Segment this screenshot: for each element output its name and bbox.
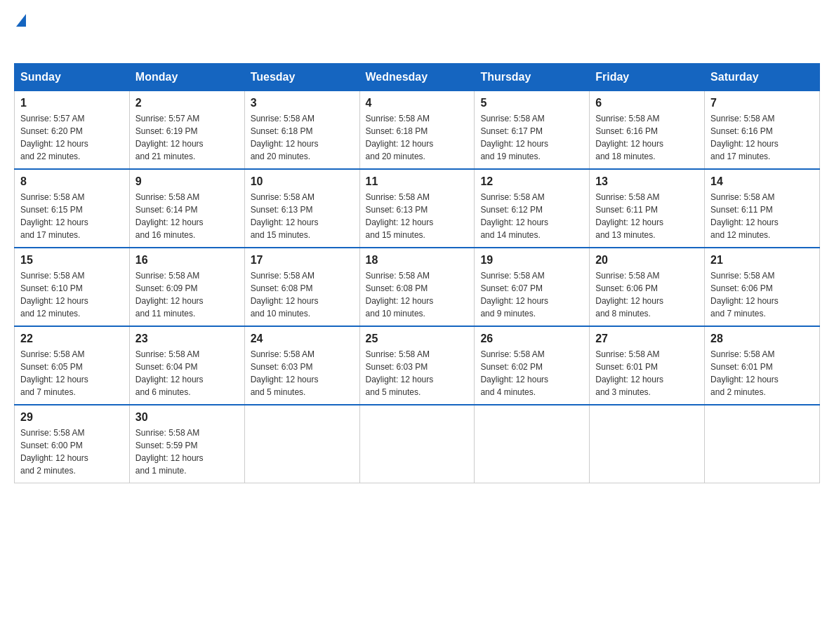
day-info: Sunrise: 5:58 AMSunset: 6:17 PMDaylight:… <box>480 112 583 163</box>
day-number: 7 <box>710 97 814 109</box>
day-info: Sunrise: 5:58 AMSunset: 6:01 PMDaylight:… <box>710 348 814 398</box>
calendar-cell: 20Sunrise: 5:58 AMSunset: 6:06 PMDayligh… <box>590 248 705 326</box>
day-info: Sunrise: 5:58 AMSunset: 6:03 PMDaylight:… <box>251 348 354 398</box>
calendar-cell: 28Sunrise: 5:58 AMSunset: 6:01 PMDayligh… <box>705 326 820 405</box>
day-info: Sunrise: 5:58 AMSunset: 6:06 PMDaylight:… <box>710 269 814 320</box>
calendar-table: SundayMondayTuesdayWednesdayThursdayFrid… <box>14 63 820 483</box>
day-info: Sunrise: 5:58 AMSunset: 6:03 PMDaylight:… <box>366 348 469 398</box>
calendar-cell: 26Sunrise: 5:58 AMSunset: 6:02 PMDayligh… <box>475 326 590 405</box>
day-number: 27 <box>595 333 699 345</box>
day-number: 22 <box>20 333 124 345</box>
day-info: Sunrise: 5:58 AMSunset: 6:18 PMDaylight:… <box>366 112 469 163</box>
day-info: Sunrise: 5:58 AMSunset: 6:15 PMDaylight:… <box>20 191 124 241</box>
day-info: Sunrise: 5:58 AMSunset: 6:11 PMDaylight:… <box>595 191 699 241</box>
day-number: 17 <box>251 254 354 267</box>
calendar-cell <box>475 405 590 483</box>
day-number: 13 <box>595 175 699 188</box>
day-number: 4 <box>366 97 469 109</box>
day-number: 16 <box>135 254 239 267</box>
day-number: 9 <box>135 175 239 188</box>
day-info: Sunrise: 5:58 AMSunset: 6:12 PMDaylight:… <box>480 191 583 241</box>
calendar-week-row: 22Sunrise: 5:58 AMSunset: 6:05 PMDayligh… <box>15 326 820 405</box>
day-info: Sunrise: 5:58 AMSunset: 6:11 PMDaylight:… <box>710 191 814 241</box>
day-number: 23 <box>135 333 239 345</box>
calendar-cell: 21Sunrise: 5:58 AMSunset: 6:06 PMDayligh… <box>705 248 820 326</box>
calendar-cell: 18Sunrise: 5:58 AMSunset: 6:08 PMDayligh… <box>359 248 475 326</box>
day-info: Sunrise: 5:58 AMSunset: 6:08 PMDaylight:… <box>251 269 354 320</box>
day-number: 24 <box>251 333 354 345</box>
calendar-cell: 6Sunrise: 5:58 AMSunset: 6:16 PMDaylight… <box>590 91 705 170</box>
calendar-cell: 25Sunrise: 5:58 AMSunset: 6:03 PMDayligh… <box>359 326 475 405</box>
day-number: 10 <box>251 175 354 188</box>
day-number: 6 <box>595 97 699 109</box>
day-info: Sunrise: 5:58 AMSunset: 6:13 PMDaylight:… <box>251 191 354 241</box>
day-info: Sunrise: 5:58 AMSunset: 6:00 PMDaylight:… <box>20 427 124 477</box>
calendar-cell: 13Sunrise: 5:58 AMSunset: 6:11 PMDayligh… <box>590 169 705 248</box>
calendar-cell <box>359 405 475 483</box>
weekday-header-tuesday: Tuesday <box>244 64 359 91</box>
calendar-cell: 15Sunrise: 5:58 AMSunset: 6:10 PMDayligh… <box>15 248 130 326</box>
calendar-cell: 9Sunrise: 5:58 AMSunset: 6:14 PMDaylight… <box>129 169 244 248</box>
calendar-cell: 23Sunrise: 5:58 AMSunset: 6:04 PMDayligh… <box>129 326 244 405</box>
page-header <box>14 14 820 49</box>
calendar-cell: 12Sunrise: 5:58 AMSunset: 6:12 PMDayligh… <box>475 169 590 248</box>
calendar-cell: 29Sunrise: 5:58 AMSunset: 6:00 PMDayligh… <box>15 405 130 483</box>
day-info: Sunrise: 5:58 AMSunset: 6:04 PMDaylight:… <box>135 348 239 398</box>
day-number: 20 <box>595 254 699 267</box>
logo-triangle-icon <box>16 14 26 27</box>
calendar-cell <box>590 405 705 483</box>
calendar-cell <box>705 405 820 483</box>
day-number: 15 <box>20 254 124 267</box>
calendar-cell: 11Sunrise: 5:58 AMSunset: 6:13 PMDayligh… <box>359 169 475 248</box>
calendar-week-row: 15Sunrise: 5:58 AMSunset: 6:10 PMDayligh… <box>15 248 820 326</box>
calendar-cell: 19Sunrise: 5:58 AMSunset: 6:07 PMDayligh… <box>475 248 590 326</box>
weekday-header-wednesday: Wednesday <box>359 64 475 91</box>
day-number: 14 <box>710 175 814 188</box>
day-info: Sunrise: 5:57 AMSunset: 6:19 PMDaylight:… <box>135 112 239 163</box>
weekday-header-thursday: Thursday <box>475 64 590 91</box>
day-info: Sunrise: 5:58 AMSunset: 6:02 PMDaylight:… <box>480 348 583 398</box>
day-number: 21 <box>710 254 814 267</box>
calendar-cell <box>244 405 359 483</box>
calendar-cell: 2Sunrise: 5:57 AMSunset: 6:19 PMDaylight… <box>129 91 244 170</box>
day-number: 26 <box>480 333 583 345</box>
calendar-cell: 30Sunrise: 5:58 AMSunset: 5:59 PMDayligh… <box>129 405 244 483</box>
day-info: Sunrise: 5:58 AMSunset: 6:09 PMDaylight:… <box>135 269 239 320</box>
calendar-cell: 22Sunrise: 5:58 AMSunset: 6:05 PMDayligh… <box>15 326 130 405</box>
weekday-header-monday: Monday <box>129 64 244 91</box>
day-info: Sunrise: 5:58 AMSunset: 6:08 PMDaylight:… <box>366 269 469 320</box>
calendar-cell: 10Sunrise: 5:58 AMSunset: 6:13 PMDayligh… <box>244 169 359 248</box>
calendar-cell: 1Sunrise: 5:57 AMSunset: 6:20 PMDaylight… <box>15 91 130 170</box>
day-number: 19 <box>480 254 583 267</box>
calendar-cell: 3Sunrise: 5:58 AMSunset: 6:18 PMDaylight… <box>244 91 359 170</box>
day-info: Sunrise: 5:58 AMSunset: 6:06 PMDaylight:… <box>595 269 699 320</box>
day-number: 5 <box>480 97 583 109</box>
calendar-week-row: 29Sunrise: 5:58 AMSunset: 6:00 PMDayligh… <box>15 405 820 483</box>
day-number: 18 <box>366 254 469 267</box>
day-info: Sunrise: 5:58 AMSunset: 6:18 PMDaylight:… <box>251 112 354 163</box>
calendar-cell: 7Sunrise: 5:58 AMSunset: 6:16 PMDaylight… <box>705 91 820 170</box>
day-info: Sunrise: 5:58 AMSunset: 6:16 PMDaylight:… <box>595 112 699 163</box>
calendar-cell: 5Sunrise: 5:58 AMSunset: 6:17 PMDaylight… <box>475 91 590 170</box>
day-info: Sunrise: 5:58 AMSunset: 6:14 PMDaylight:… <box>135 191 239 241</box>
day-info: Sunrise: 5:58 AMSunset: 5:59 PMDaylight:… <box>135 427 239 477</box>
calendar-cell: 4Sunrise: 5:58 AMSunset: 6:18 PMDaylight… <box>359 91 475 170</box>
logo <box>14 14 34 49</box>
calendar-week-row: 8Sunrise: 5:58 AMSunset: 6:15 PMDaylight… <box>15 169 820 248</box>
day-number: 30 <box>135 411 239 424</box>
weekday-header-row: SundayMondayTuesdayWednesdayThursdayFrid… <box>15 64 820 91</box>
day-info: Sunrise: 5:58 AMSunset: 6:16 PMDaylight:… <box>710 112 814 163</box>
day-info: Sunrise: 5:57 AMSunset: 6:20 PMDaylight:… <box>20 112 124 163</box>
calendar-cell: 8Sunrise: 5:58 AMSunset: 6:15 PMDaylight… <box>15 169 130 248</box>
calendar-cell: 24Sunrise: 5:58 AMSunset: 6:03 PMDayligh… <box>244 326 359 405</box>
day-number: 25 <box>366 333 469 345</box>
day-info: Sunrise: 5:58 AMSunset: 6:01 PMDaylight:… <box>595 348 699 398</box>
day-number: 8 <box>20 175 124 188</box>
weekday-header-sunday: Sunday <box>15 64 130 91</box>
day-number: 2 <box>135 97 239 109</box>
calendar-week-row: 1Sunrise: 5:57 AMSunset: 6:20 PMDaylight… <box>15 91 820 170</box>
day-number: 3 <box>251 97 354 109</box>
calendar-cell: 27Sunrise: 5:58 AMSunset: 6:01 PMDayligh… <box>590 326 705 405</box>
day-info: Sunrise: 5:58 AMSunset: 6:13 PMDaylight:… <box>366 191 469 241</box>
day-number: 12 <box>480 175 583 188</box>
